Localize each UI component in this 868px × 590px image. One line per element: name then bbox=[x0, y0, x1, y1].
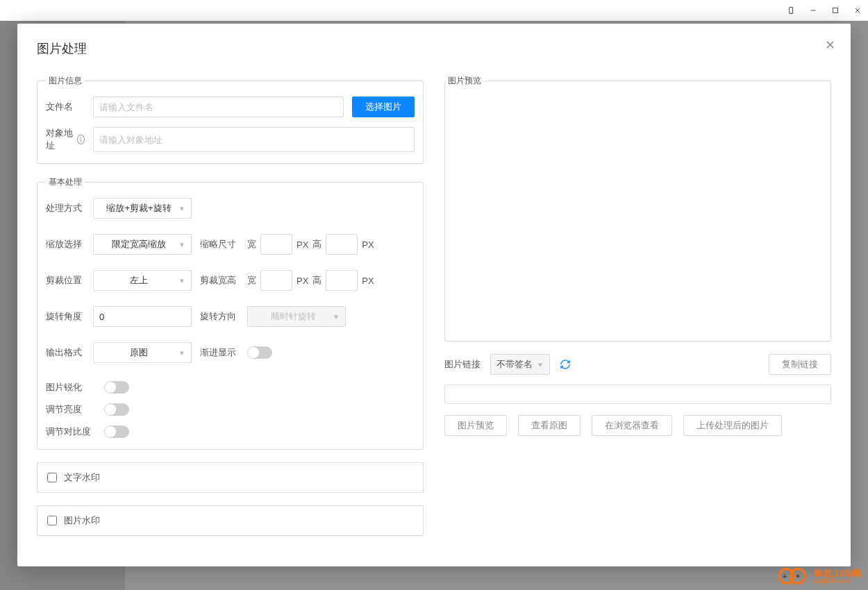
brightness-toggle[interactable] bbox=[104, 403, 129, 416]
progressive-toggle[interactable] bbox=[247, 346, 272, 359]
chevron-down-icon: ▼ bbox=[537, 361, 544, 369]
crop-height-input[interactable] bbox=[326, 270, 358, 291]
view-browser-button[interactable]: 在浏览器查看 bbox=[592, 415, 672, 436]
fmt-select[interactable]: 原图 ▼ bbox=[93, 342, 192, 363]
maximize-icon[interactable] bbox=[831, 6, 840, 15]
upload-processed-button[interactable]: 上传处理后的图片 bbox=[683, 415, 782, 436]
filename-label: 文件名 bbox=[46, 101, 85, 113]
chevron-down-icon: ▼ bbox=[178, 349, 185, 357]
svg-rect-3 bbox=[833, 8, 838, 13]
rotate-input[interactable] bbox=[93, 306, 192, 327]
sharpen-toggle[interactable] bbox=[104, 381, 129, 394]
scale-select[interactable]: 限定宽高缩放 ▼ bbox=[93, 234, 192, 255]
preview-legend: 图片预览 bbox=[445, 75, 484, 87]
minimize-icon[interactable] bbox=[808, 6, 818, 15]
mode-label: 处理方式 bbox=[46, 202, 85, 214]
contrast-toggle[interactable] bbox=[104, 425, 129, 438]
rotdir-label: 旋转方向 bbox=[200, 310, 239, 323]
filename-input[interactable] bbox=[93, 96, 344, 117]
thumb-width-input[interactable] bbox=[260, 234, 292, 255]
mode-select[interactable]: 缩放+剪裁+旋转 ▼ bbox=[93, 198, 192, 219]
basic-process-fieldset: 基本处理 处理方式 缩放+剪裁+旋转 ▼ 缩放选择 限定宽高缩放 ▼ 缩略尺寸 bbox=[37, 176, 424, 450]
prog-label: 渐进显示 bbox=[200, 346, 239, 359]
objaddr-input[interactable] bbox=[93, 127, 415, 152]
close-window-icon[interactable] bbox=[853, 6, 862, 15]
crop-select[interactable]: 左上 ▼ bbox=[93, 270, 192, 291]
chevron-down-icon: ▼ bbox=[333, 313, 340, 321]
chevron-down-icon: ▼ bbox=[178, 241, 185, 248]
refresh-icon[interactable] bbox=[560, 359, 571, 370]
device-icon[interactable] bbox=[786, 6, 796, 15]
objaddr-label: 对象地址 bbox=[46, 127, 74, 152]
watermark-logo-icon: + bbox=[778, 566, 809, 586]
copy-link-button[interactable]: 复制链接 bbox=[769, 354, 831, 375]
thumb-height-input[interactable] bbox=[326, 234, 358, 255]
chevron-down-icon: ▼ bbox=[178, 277, 185, 285]
link-label: 图片链接 bbox=[444, 358, 481, 371]
modal-title: 图片处理 bbox=[37, 40, 831, 57]
contrast-label: 调节对比度 bbox=[46, 425, 96, 438]
image-info-fieldset: 图片信息 文件名 选择图片 对象地址 i bbox=[37, 75, 424, 164]
signature-select[interactable]: 不带签名 ▼ bbox=[490, 354, 550, 375]
close-icon[interactable]: ✕ bbox=[825, 37, 835, 53]
preview-button[interactable]: 图片预览 bbox=[444, 415, 507, 436]
basic-legend: 基本处理 bbox=[46, 176, 85, 188]
scale-label: 缩放选择 bbox=[46, 238, 85, 251]
thumb-label: 缩略尺寸 bbox=[200, 238, 239, 251]
info-icon[interactable]: i bbox=[77, 135, 85, 144]
image-watermark-checkbox[interactable] bbox=[47, 516, 57, 525]
crop-width-input[interactable] bbox=[260, 270, 292, 291]
bright-label: 调节亮度 bbox=[46, 403, 96, 416]
fmt-label: 输出格式 bbox=[46, 346, 85, 359]
rotate-label: 旋转角度 bbox=[46, 310, 85, 323]
rotdir-select[interactable]: 顺时针旋转 ▼ bbox=[247, 306, 346, 327]
window-titlebar bbox=[0, 0, 868, 21]
image-watermark-box[interactable]: 图片水印 bbox=[37, 505, 424, 536]
select-image-button[interactable]: 选择图片 bbox=[352, 96, 415, 117]
chevron-down-icon: ▼ bbox=[178, 205, 185, 212]
crop-label: 剪裁位置 bbox=[46, 274, 85, 287]
cropwh-label: 剪裁宽高 bbox=[200, 274, 239, 287]
view-original-button[interactable]: 查看原图 bbox=[518, 415, 581, 436]
text-watermark-checkbox[interactable] bbox=[47, 473, 57, 482]
text-watermark-box[interactable]: 文字水印 bbox=[37, 462, 424, 493]
image-process-modal: 图片处理 ✕ 图片信息 文件名 选择图片 对象地址 i bbox=[17, 24, 851, 566]
sharpen-label: 图片锐化 bbox=[46, 381, 96, 394]
site-watermark: + 单机100网 danji100.com bbox=[778, 566, 862, 586]
preview-fieldset: 图片预览 bbox=[444, 75, 831, 342]
url-output[interactable] bbox=[444, 385, 831, 404]
image-info-legend: 图片信息 bbox=[46, 75, 85, 87]
